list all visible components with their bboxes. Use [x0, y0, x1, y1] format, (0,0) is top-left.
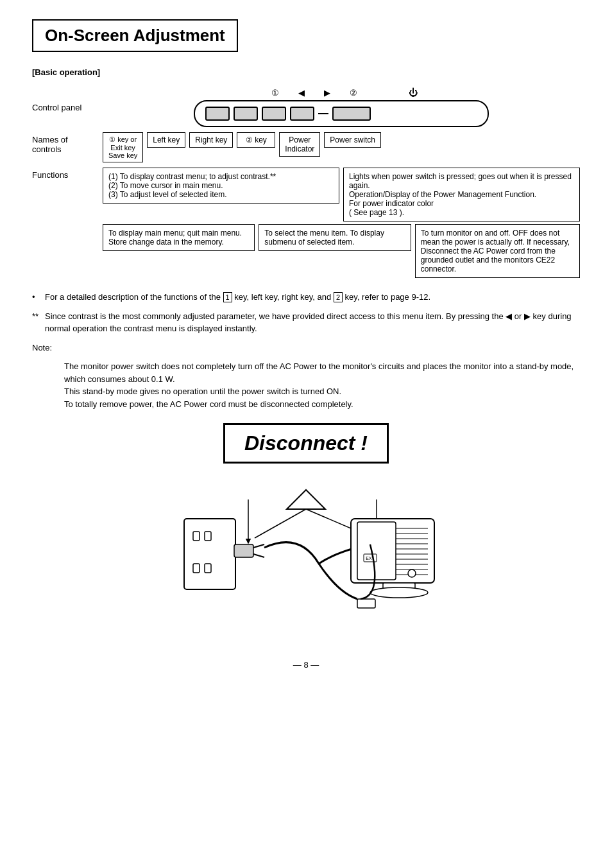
- disconnect-box: Disconnect !: [223, 423, 389, 464]
- diagram-wrapper: Control panel ① ◀ ▶ ② ⏻ Names ofcontrols: [32, 87, 580, 278]
- panel-body: [194, 100, 489, 127]
- svg-line-7: [253, 554, 264, 557]
- panel-btn-right: [262, 107, 286, 121]
- panel-spacer: [318, 113, 328, 114]
- notes-section: • For a detailed description of the func…: [32, 291, 580, 410]
- svg-rect-30: [357, 599, 375, 608]
- panel-btn-power: [332, 107, 371, 121]
- note-bullet-2: **: [32, 310, 45, 335]
- svg-rect-4: [205, 564, 211, 573]
- note-item-1: • For a detailed description of the func…: [32, 291, 580, 304]
- bottom-box-key1: To display main menu; quit main menu. St…: [103, 224, 255, 251]
- name-box-key2: ② key: [237, 132, 275, 148]
- svg-point-27: [408, 569, 416, 577]
- note-text-2: Since contrast is the most commonly adju…: [45, 310, 580, 335]
- control-panel-row: Control panel ① ◀ ▶ ② ⏻: [32, 87, 580, 127]
- panel-btn-1: [205, 107, 230, 121]
- functions-section: Functions (1) To display contrast menu; …: [32, 168, 580, 221]
- functions-boxes: (1) To display contrast menu; to adjust …: [103, 168, 580, 221]
- functions-label: Functions: [32, 168, 103, 180]
- svg-text:EX: EX: [366, 556, 372, 560]
- bottom-box-power-switch: To turn monitor on and off. OFF does not…: [415, 224, 580, 278]
- icon-power: ⏻: [409, 87, 418, 98]
- name-box-right: Right key: [189, 132, 233, 148]
- bottom-box-key2: To select the menu item. To display subm…: [259, 224, 411, 251]
- disconnect-title: Disconnect !: [244, 431, 368, 455]
- svg-rect-5: [234, 544, 253, 557]
- panel-visual: ① ◀ ▶ ② ⏻: [103, 87, 580, 127]
- svg-rect-3: [193, 564, 200, 573]
- bottom-row: To display main menu; quit main menu. St…: [103, 224, 580, 278]
- svg-rect-1: [193, 532, 200, 541]
- panel-btn-2: [290, 107, 314, 121]
- icon-left: ◀: [298, 88, 305, 98]
- name-box-left: Left key: [147, 132, 185, 148]
- svg-rect-2: [205, 532, 211, 541]
- svg-rect-24: [357, 522, 396, 580]
- page-number: — 8 —: [32, 660, 580, 670]
- note-text-1: For a detailed description of the functi…: [45, 291, 580, 304]
- note-bullet-1: •: [32, 291, 45, 304]
- names-boxes: ① key orExit keySave key Left key Right …: [103, 132, 580, 162]
- names-label: Names ofcontrols: [32, 132, 103, 154]
- key-1-ref: 1: [223, 292, 232, 302]
- svg-point-29: [370, 587, 428, 598]
- disconnect-illustration: EX: [171, 480, 441, 647]
- page-title: On-Screen Adjustment: [45, 26, 225, 46]
- name-box-key1: ① key orExit keySave key: [103, 132, 143, 162]
- note-label: Note:: [32, 342, 64, 354]
- names-section: Names ofcontrols ① key orExit keySave ke…: [32, 132, 580, 162]
- name-box-power-switch: Power switch: [324, 132, 381, 148]
- note-block: Note:: [32, 342, 580, 354]
- control-panel-label: Control panel: [32, 103, 103, 112]
- key-2-ref: 2: [334, 292, 343, 302]
- section-header: [Basic operation]: [32, 67, 580, 77]
- func-box-power-indicator: Lights when power switch is pressed; goe…: [343, 168, 580, 221]
- svg-line-6: [253, 544, 264, 548]
- func-box-keys: (1) To display contrast menu; to adjust …: [103, 168, 339, 204]
- note-block-text: The monitor power switch does not comple…: [64, 360, 580, 410]
- page-title-box: On-Screen Adjustment: [32, 19, 238, 52]
- illustration: EX: [32, 480, 580, 647]
- svg-rect-0: [184, 519, 235, 589]
- icons-row: ① ◀ ▶ ② ⏻: [103, 87, 580, 98]
- svg-marker-10: [287, 490, 325, 509]
- note-item-2: ** Since contrast is the most commonly a…: [32, 310, 580, 335]
- icon-2: ②: [350, 88, 357, 98]
- name-box-power-indicator: PowerIndicator: [279, 132, 320, 157]
- panel-btn-left: [234, 107, 258, 121]
- svg-line-11: [255, 509, 306, 538]
- icon-1: ①: [271, 88, 279, 98]
- disconnect-section: Disconnect !: [32, 423, 580, 647]
- icon-right: ▶: [324, 88, 330, 98]
